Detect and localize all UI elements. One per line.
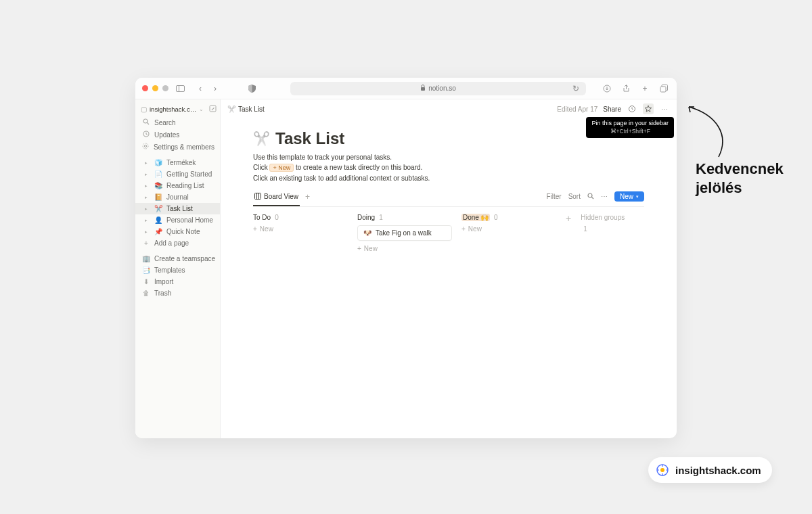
hidden-groups-section: Hidden groups 1: [581, 214, 635, 233]
view-tab-board[interactable]: Board View: [253, 190, 300, 206]
board-card[interactable]: 🐶 Take Fig on a walk: [357, 225, 452, 241]
new-label: New: [260, 225, 273, 233]
sidebar-page-task-list[interactable]: ▸ ✂️ Task List: [135, 203, 220, 214]
import-icon: ⬇: [142, 278, 150, 285]
downloads-icon[interactable]: [601, 83, 613, 95]
sidebar-page-getting-started[interactable]: ▸ 📄 Getting Started: [135, 168, 220, 180]
workspace-name: insightshack.c…: [150, 106, 196, 113]
sidebar-item-label: Templates: [154, 266, 185, 274]
chevron-right-icon[interactable]: ▸: [145, 195, 150, 200]
chevron-right-icon[interactable]: ▸: [145, 172, 150, 177]
hidden-groups-label[interactable]: Hidden groups: [581, 214, 635, 221]
sidebar-page-label: Reading List: [166, 182, 204, 189]
sort-button[interactable]: Sort: [568, 193, 581, 200]
chevron-right-icon[interactable]: ▸: [145, 218, 150, 223]
svg-rect-0: [176, 85, 184, 91]
annotation-arrow: [683, 101, 738, 162]
sidebar-settings[interactable]: Settings & members: [135, 141, 220, 153]
workspace-switcher[interactable]: ▢ insightshack.c… ⌄: [135, 102, 220, 116]
sidebar-add-page[interactable]: + Add a page: [135, 237, 220, 249]
page-description[interactable]: Use this template to track your personal…: [253, 152, 644, 183]
more-icon[interactable]: ⋯: [659, 103, 670, 114]
topbar-right: Edited Apr 17 Share ⋯: [557, 103, 670, 114]
sidebar-page-label: Personal Home: [166, 216, 213, 224]
chevron-expand-icon: ⌄: [199, 106, 204, 112]
new-record-label: New: [620, 193, 633, 200]
tabs-icon[interactable]: [658, 83, 670, 95]
column-header[interactable]: Done 🙌 0: [461, 214, 556, 221]
add-card-button[interactable]: + New: [461, 225, 556, 233]
column-count: 0: [275, 214, 279, 221]
sidebar-add-page-label: Add a page: [154, 239, 189, 247]
search-db-icon[interactable]: [587, 193, 594, 201]
forward-button[interactable]: ›: [209, 83, 221, 95]
chevron-down-icon: ▾: [636, 194, 639, 200]
board-column-done: Done 🙌 0 + New: [461, 214, 556, 233]
plus-icon: +: [357, 245, 361, 252]
sidebar-search[interactable]: Search: [135, 116, 220, 128]
new-tag: + New: [269, 164, 294, 172]
sidebar-page-reading-list[interactable]: ▸ 📚 Reading List: [135, 180, 220, 191]
new-page-icon[interactable]: [209, 105, 217, 114]
shield-icon[interactable]: [246, 83, 258, 95]
card-title: Take Fig on a walk: [376, 229, 432, 237]
clock-icon: [142, 131, 150, 139]
page-icon: ✂️: [154, 205, 162, 212]
teamspace-icon: 🏢: [142, 255, 150, 262]
add-view-button[interactable]: +: [305, 192, 310, 204]
view-toolbar: Filter Sort ⋯ New ▾: [546, 191, 644, 204]
back-button[interactable]: ‹: [194, 83, 206, 95]
sidebar-page-personal-home[interactable]: ▸ 👤 Personal Home: [135, 214, 220, 226]
column-count: 0: [494, 214, 498, 221]
sidebar-create-teamspace[interactable]: 🏢 Create a teamspace: [135, 253, 220, 264]
board: To Do 0 + New Doing 1: [253, 214, 644, 252]
sidebar-trash[interactable]: 🗑 Trash: [135, 287, 220, 299]
share-icon[interactable]: [620, 83, 632, 95]
board-column-doing: Doing 1 🐶 Take Fig on a walk + New: [357, 214, 452, 252]
page-title[interactable]: Task List: [275, 129, 344, 148]
sidebar-page-termekek[interactable]: ▸ 🧊 Termékek: [135, 157, 220, 168]
sidebar-toggle-icon[interactable]: [174, 83, 186, 95]
new-label: New: [468, 225, 482, 233]
refresh-icon[interactable]: ↻: [570, 83, 582, 95]
sidebar-search-label: Search: [154, 119, 176, 126]
workspace-icon: ▢: [141, 106, 147, 113]
sidebar-templates[interactable]: 📑 Templates: [135, 264, 220, 276]
view-more-icon[interactable]: ⋯: [601, 193, 608, 200]
new-tab-icon[interactable]: +: [639, 83, 651, 95]
main-area: ✂️ Task List Edited Apr 17 Share ⋯ Pin t…: [221, 99, 677, 438]
share-button[interactable]: Share: [603, 106, 621, 113]
minimize-window-button[interactable]: [152, 85, 158, 91]
chevron-right-icon[interactable]: ▸: [145, 206, 150, 212]
chevron-right-icon[interactable]: ▸: [145, 183, 150, 189]
topbar: ✂️ Task List Edited Apr 17 Share ⋯ Pin t…: [221, 99, 677, 118]
add-card-button[interactable]: + New: [253, 225, 348, 233]
url-host: notion.so: [428, 85, 456, 92]
view-tabs: Board View + Filter Sort ⋯ New ▾: [253, 190, 644, 207]
add-card-button[interactable]: + New: [357, 245, 452, 252]
sidebar-page-label: Task List: [166, 205, 193, 212]
filter-button[interactable]: Filter: [546, 193, 561, 200]
plus-icon: +: [461, 225, 466, 233]
page-title-icon[interactable]: ✂️: [253, 131, 270, 147]
column-header[interactable]: To Do 0: [253, 214, 348, 221]
sidebar-page-journal[interactable]: ▸ 📔 Journal: [135, 191, 220, 203]
sidebar-settings-label: Settings & members: [154, 143, 215, 151]
chevron-right-icon[interactable]: ▸: [145, 229, 150, 235]
favorite-star-button[interactable]: [643, 103, 654, 114]
column-tag: Done 🙌: [461, 214, 490, 221]
sidebar-import[interactable]: ⬇ Import: [135, 276, 220, 287]
breadcrumb[interactable]: ✂️ Task List: [227, 106, 265, 113]
close-window-button[interactable]: [142, 85, 148, 91]
new-record-button[interactable]: New ▾: [614, 191, 644, 202]
sidebar-updates[interactable]: Updates: [135, 128, 220, 141]
column-header[interactable]: Doing 1: [357, 214, 452, 221]
page-icon: 📚: [154, 182, 162, 189]
address-bar[interactable]: notion.so ↻: [290, 82, 586, 95]
tooltip-shortcut: ⌘+Ctrl+Shift+F: [591, 128, 669, 135]
add-column-button[interactable]: +: [566, 213, 571, 224]
maximize-window-button[interactable]: [162, 85, 168, 91]
sidebar-page-quick-note[interactable]: ▸ 📌 Quick Note: [135, 226, 220, 237]
chevron-right-icon[interactable]: ▸: [145, 160, 150, 166]
comments-icon[interactable]: [627, 103, 637, 114]
